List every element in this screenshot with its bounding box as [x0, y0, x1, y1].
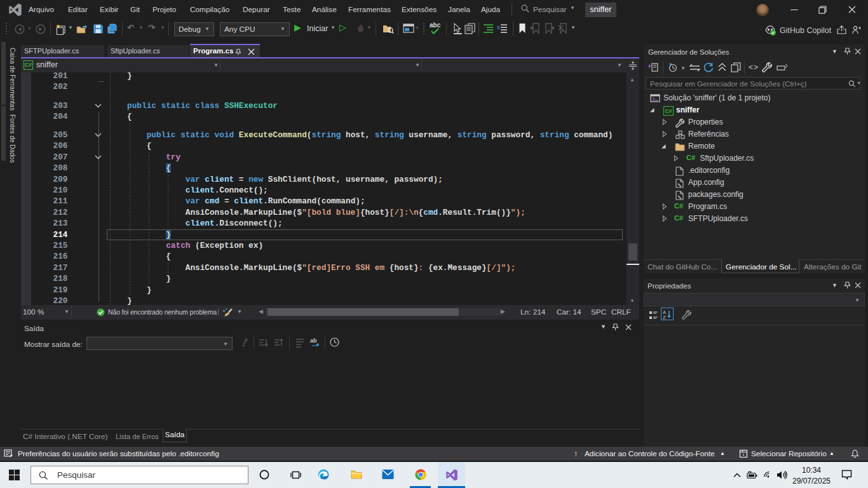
svg-text:Z: Z	[663, 315, 666, 320]
svg-text:s: s	[497, 24, 500, 30]
svg-text:ab: ab	[310, 337, 317, 344]
